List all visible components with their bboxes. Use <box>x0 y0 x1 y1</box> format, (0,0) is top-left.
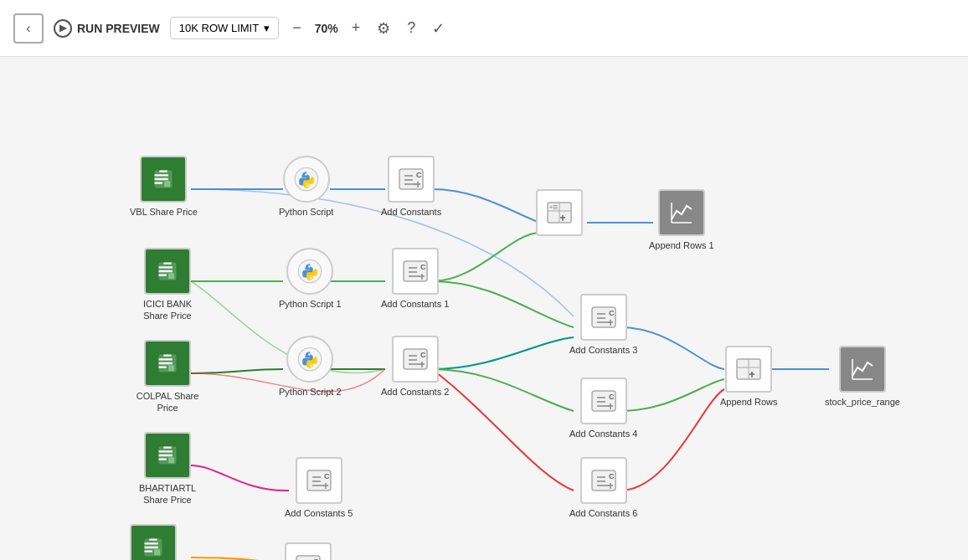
node-add-constants-7[interactable]: C <box>285 542 332 560</box>
svg-text:C: C <box>609 472 615 480</box>
node-stock-price-range[interactable]: Append Rows 1 <box>649 189 714 251</box>
node-label-python-script: Python Script <box>279 206 333 218</box>
svg-rect-7 <box>168 457 174 463</box>
zoom-level-label: 70% <box>315 22 338 35</box>
svg-text:+☰: +☰ <box>549 204 558 210</box>
node-label-add-constants-1: Add Constants 1 <box>381 298 449 310</box>
node-icon-vbl <box>140 156 187 203</box>
node-icon-add-constants-3: C <box>580 294 627 341</box>
settings-icon[interactable]: ⚙ <box>373 16 394 41</box>
node-label-add-constants-2: Add Constants 2 <box>381 386 449 398</box>
node-icon-python-1 <box>286 248 333 295</box>
svg-rect-83 <box>849 356 876 383</box>
zoom-plus-button[interactable]: + <box>348 16 364 40</box>
row-limit-label: 10K ROW LIMIT <box>179 22 259 34</box>
svg-text:C: C <box>420 351 426 359</box>
svg-rect-3 <box>168 273 174 279</box>
run-preview-label: RUN PREVIEW <box>77 22 160 35</box>
node-icon-append-rows-1 <box>725 346 772 393</box>
node-python-script[interactable]: Python Script <box>279 156 333 218</box>
svg-text:C: C <box>324 472 330 480</box>
help-icon[interactable]: ? <box>404 16 419 40</box>
node-icon-add-constants-1: C <box>392 248 439 295</box>
svg-text:C: C <box>420 263 426 271</box>
node-icon-icici <box>144 248 191 295</box>
node-all-stocks[interactable]: stock_price_range <box>825 346 900 408</box>
node-label-append-rows-1: Append Rows <box>720 396 778 408</box>
chevron-down-icon: ▾ <box>264 22 270 34</box>
row-limit-dropdown[interactable]: 10K ROW LIMIT ▾ <box>170 17 279 39</box>
back-button[interactable]: ‹ <box>13 13 44 44</box>
node-icon-colpal <box>144 340 191 387</box>
node-icon-stock-price-range <box>658 189 705 236</box>
back-icon: ‹ <box>26 21 30 36</box>
svg-rect-80 <box>668 199 695 226</box>
node-add-constants[interactable]: C Add Constants <box>381 156 441 218</box>
svg-text:C: C <box>416 171 422 179</box>
svg-rect-1 <box>165 181 171 187</box>
svg-text:C: C <box>609 393 615 401</box>
node-label-add-constants: Add Constants <box>381 206 441 218</box>
toolbar: ‹ ▶ RUN PREVIEW 10K ROW LIMIT ▾ − 70% + … <box>0 0 968 57</box>
node-python-script-2[interactable]: Python Script 2 <box>279 336 342 398</box>
node-icon-append-rows: +☰ <box>536 189 583 236</box>
validate-icon[interactable]: ✓ <box>429 16 448 41</box>
node-vbl-share-price[interactable]: VBL Share Price <box>130 156 198 218</box>
node-bharti-share-price[interactable]: BHARTIARTL Share Price <box>130 432 205 506</box>
node-icon-add-constants-6: C <box>296 457 342 504</box>
zoom-minus-button[interactable]: − <box>289 16 305 40</box>
node-icon-last-sheet <box>130 524 177 560</box>
node-icon-all-stocks <box>839 346 886 393</box>
node-add-constants-4[interactable]: C Add Constants 4 <box>569 378 637 439</box>
node-append-rows-1[interactable]: Append Rows <box>720 346 778 408</box>
run-icon: ▶ <box>54 19 72 38</box>
node-label-all-stocks: stock_price_range <box>825 396 900 408</box>
node-label-vbl: VBL Share Price <box>130 206 198 218</box>
node-label-add-constants-6: Add Constants 5 <box>285 507 353 519</box>
pipeline-canvas: VBL Share Price ICICI BANK Share Price C… <box>0 57 968 560</box>
node-python-script-1[interactable]: Python Script 1 <box>279 248 342 310</box>
node-add-constants-2[interactable]: C Add Constants 2 <box>381 336 449 398</box>
node-append-rows[interactable]: +☰ <box>536 189 583 239</box>
node-icon-python-2 <box>286 336 333 383</box>
node-icici-share-price[interactable]: ICICI BANK Share Price <box>130 248 205 322</box>
node-add-constants-1[interactable]: C Add Constants 1 <box>381 248 449 310</box>
node-label-add-constants-5: Add Constants 6 <box>569 507 637 519</box>
node-label-add-constants-4: Add Constants 4 <box>569 428 637 439</box>
node-icon-add-constants-5: C <box>580 457 627 504</box>
node-label-icici: ICICI BANK Share Price <box>130 298 205 322</box>
node-last-sheet[interactable] <box>130 524 177 560</box>
node-label-bharti: BHARTIARTL Share Price <box>130 482 205 506</box>
node-icon-bharti <box>144 432 191 479</box>
node-icon-add-constants: C <box>388 156 435 203</box>
node-colpal-share-price[interactable]: COLPAL Share Price <box>130 340 205 414</box>
node-label-python-script-1: Python Script 1 <box>279 298 342 310</box>
node-icon-add-constants-7: C <box>285 542 332 560</box>
node-icon-add-constants-2: C <box>392 336 439 383</box>
node-add-constants-5[interactable]: C Add Constants 6 <box>569 457 637 519</box>
run-preview-button[interactable]: ▶ RUN PREVIEW <box>54 19 160 38</box>
node-label-colpal: COLPAL Share Price <box>130 390 205 414</box>
node-add-constants-3[interactable]: C Add Constants 3 <box>569 294 637 356</box>
node-icon-add-constants-4: C <box>580 378 627 424</box>
svg-text:C: C <box>609 309 615 317</box>
node-label-add-constants-3: Add Constants 3 <box>569 344 637 356</box>
node-icon-python <box>283 156 330 203</box>
node-add-constants-6[interactable]: C Add Constants 5 <box>285 457 353 519</box>
node-label-stock-price-range: Append Rows 1 <box>649 239 714 251</box>
node-label-python-script-2: Python Script 2 <box>279 386 342 398</box>
svg-rect-9 <box>154 549 160 555</box>
svg-rect-5 <box>168 365 174 371</box>
